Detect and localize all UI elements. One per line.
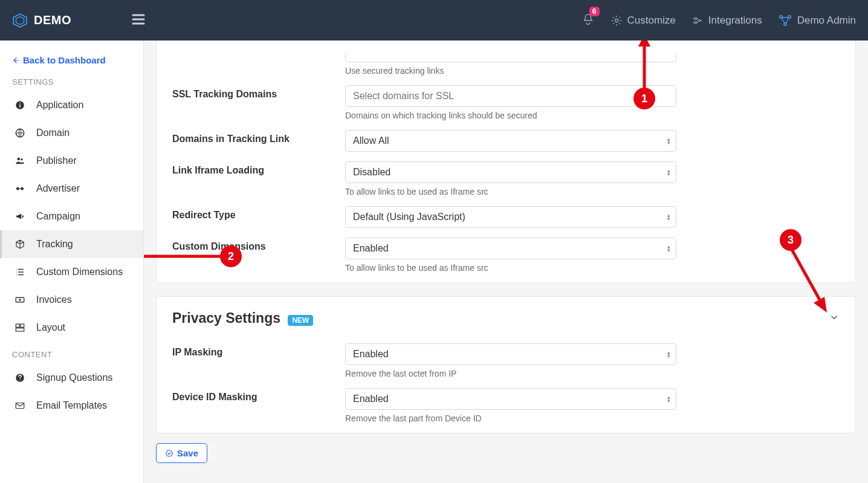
ssl-help-top: Use secured tracking links (345, 66, 676, 76)
domains-link-select[interactable]: Allow All (345, 130, 676, 152)
money-icon (15, 294, 25, 305)
svg-point-3 (779, 15, 782, 18)
svg-point-2 (615, 19, 618, 22)
svg-point-18 (19, 380, 21, 381)
device-masking-select[interactable]: Enabled (345, 388, 676, 410)
sidebar-item-email-templates[interactable]: Email Templates (0, 392, 143, 420)
svg-rect-7 (19, 105, 21, 108)
custom-dim-help: To allow links to be used as Iframe src (345, 263, 676, 273)
annotation-arrow-3 (788, 246, 837, 319)
sidebar-item-campaign[interactable]: Campaign (0, 203, 143, 230)
svg-point-10 (18, 158, 21, 161)
sidebar-item-label: Layout (36, 322, 65, 333)
sidebar-item-label: Application (36, 100, 83, 111)
integrations-label: Integrations (708, 15, 762, 27)
annotation-arrow-2 (144, 249, 225, 264)
domains-link-label: Domains in Tracking Link (172, 130, 345, 144)
new-badge: NEW (288, 315, 313, 326)
svg-rect-19 (16, 403, 24, 409)
handshake-icon (15, 183, 25, 194)
tracking-panel: Use secured tracking links SSL Tracking … (156, 41, 856, 283)
save-button[interactable]: Save (156, 443, 207, 463)
iframe-label: Link Iframe Loading (172, 161, 345, 176)
user-menu[interactable]: Demo Admin (778, 13, 856, 28)
sidebar-item-layout[interactable]: Layout (0, 314, 143, 342)
sidebar-item-label: Publisher (36, 155, 77, 166)
field-iframe: Link Iframe Loading Disabled ▴▾ To allow… (172, 155, 840, 200)
sidebar-item-domain[interactable]: Domain (0, 119, 143, 147)
privacy-title-wrap: Privacy Settings NEW (172, 310, 313, 326)
gear-icon (611, 15, 623, 27)
device-help: Remove the last part from Device ID (345, 413, 676, 423)
question-icon (15, 372, 25, 383)
sidebar-item-label: Signup Questions (36, 372, 112, 383)
notification-badge: 6 (589, 7, 600, 16)
sidebar-item-invoices[interactable]: Invoices (0, 286, 143, 314)
sidebar-section-content: CONTENT (0, 342, 143, 364)
arrow-left-icon (12, 57, 19, 64)
svg-marker-1 (16, 16, 24, 24)
ssl-tracking-select-partial[interactable] (345, 54, 676, 62)
back-to-dashboard-link[interactable]: Back to Dashboard (0, 51, 143, 69)
info-icon (15, 100, 25, 111)
customize-label: Customize (627, 15, 676, 27)
network-icon (778, 13, 792, 28)
sidebar-item-label: Domain (36, 128, 70, 138)
envelope-icon (15, 400, 25, 411)
users-icon (15, 155, 25, 166)
field-custom-dimensions: Custom Dimensions Enabled ▴▾ To allow li… (172, 232, 840, 276)
ip-label: IP Masking (172, 343, 345, 358)
cubes-icon (691, 15, 704, 27)
ip-help: Remove the last octet from IP (345, 369, 676, 378)
svg-point-11 (21, 158, 22, 160)
sidebar-item-label: Invoices (36, 294, 72, 305)
integrations-link[interactable]: Integrations (691, 15, 762, 27)
list-icon (15, 267, 25, 277)
ssl-domains-input[interactable] (345, 85, 676, 107)
sidebar-item-label: Custom Dimensions (36, 267, 123, 277)
sidebar-item-advertiser[interactable]: Advertiser (0, 175, 143, 203)
svg-line-25 (792, 250, 822, 304)
privacy-title: Privacy Settings (172, 310, 280, 326)
menu-hamburger-icon[interactable] (130, 12, 147, 29)
sidebar-item-label: Email Templates (36, 400, 107, 411)
sidebar-item-signup-questions[interactable]: Signup Questions (0, 364, 143, 392)
logo-icon (12, 13, 28, 28)
custom-dim-select[interactable]: Enabled (345, 238, 676, 259)
logo[interactable]: DEMO (12, 13, 130, 28)
iframe-help: To allow links to be used as Iframe src (345, 187, 676, 196)
main-content: Use secured tracking links SSL Tracking … (144, 41, 868, 483)
logo-text: DEMO (34, 13, 71, 27)
customize-link[interactable]: Customize (611, 15, 676, 27)
sidebar-item-publisher[interactable]: Publisher (0, 147, 143, 175)
sidebar-item-custom-dimensions[interactable]: Custom Dimensions (0, 258, 143, 286)
iframe-select[interactable]: Disabled (345, 161, 676, 183)
annotation-marker-1: 1 (633, 88, 655, 109)
svg-point-13 (19, 299, 21, 301)
svg-rect-14 (16, 324, 19, 327)
ip-masking-select[interactable]: Enabled (345, 343, 676, 365)
user-label: Demo Admin (797, 15, 856, 27)
sidebar-item-label: Campaign (36, 211, 80, 222)
svg-marker-22 (638, 41, 650, 47)
back-label: Back to Dashboard (23, 55, 106, 65)
bullhorn-icon (15, 211, 25, 222)
sidebar-item-label: Advertiser (36, 183, 80, 194)
topbar-right: 6 Customize Integrations Demo Admin (581, 13, 856, 28)
ssl-domains-label: SSL Tracking Domains (172, 85, 345, 100)
field-ssl-domains: SSL Tracking Domains Domains on which tr… (172, 79, 840, 124)
cube-icon (15, 239, 25, 250)
notifications-button[interactable]: 6 (581, 13, 595, 28)
topbar: DEMO 6 Customize Integrations Demo Admin (0, 0, 868, 41)
privacy-panel: Privacy Settings NEW IP Masking Enabled … (156, 296, 856, 433)
redirect-label: Redirect Type (172, 206, 345, 221)
redirect-select[interactable]: Default (Using JavaScript) (345, 206, 676, 228)
globe-icon (15, 128, 25, 138)
layout-icon (15, 322, 25, 333)
svg-marker-26 (814, 297, 827, 313)
check-circle-icon (165, 449, 173, 458)
sidebar-item-application[interactable]: Application (0, 91, 143, 119)
svg-rect-15 (21, 324, 24, 327)
annotation-arrow-1 (632, 41, 656, 92)
sidebar-item-tracking[interactable]: Tracking (0, 230, 143, 258)
